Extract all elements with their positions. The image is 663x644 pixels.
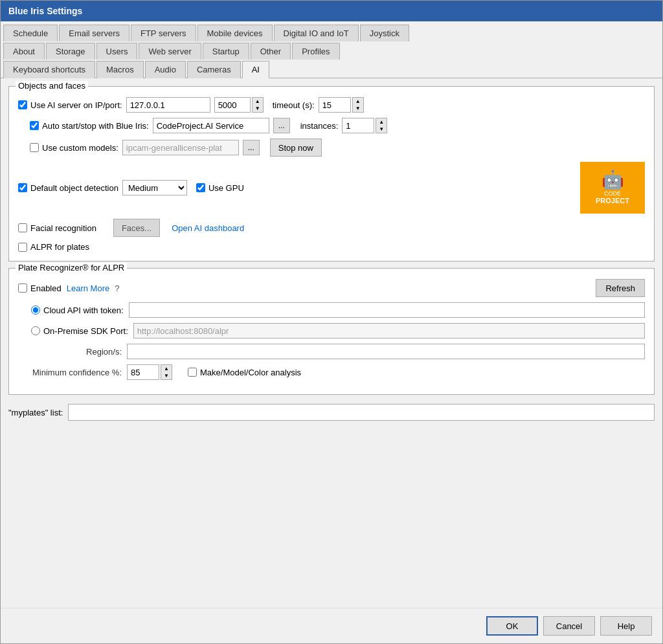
port-input[interactable] bbox=[214, 97, 251, 113]
instances-label: instances: bbox=[300, 121, 339, 131]
default-detection-label: Default object detection bbox=[30, 183, 118, 193]
project-label: PROJECT bbox=[596, 197, 629, 205]
stop-now-btn[interactable]: Stop now bbox=[270, 139, 322, 157]
learn-more-link[interactable]: Learn More bbox=[67, 283, 109, 293]
ai-server-checkbox[interactable] bbox=[18, 100, 27, 109]
ip-input[interactable] bbox=[126, 97, 210, 113]
tab-row-2: About Storage Users Web server Startup O… bbox=[3, 42, 660, 59]
mascot-icon: 🤖 bbox=[601, 171, 624, 189]
code-label: CODE bbox=[604, 190, 621, 197]
on-premise-input[interactable] bbox=[133, 323, 645, 339]
use-gpu-checkbox-label[interactable]: Use GPU bbox=[196, 183, 244, 193]
tab-schedule[interactable]: Schedule bbox=[3, 25, 58, 41]
confidence-up-btn[interactable]: ▲ bbox=[161, 365, 172, 372]
alpr-checkbox[interactable] bbox=[18, 243, 27, 252]
tab-profiles[interactable]: Profiles bbox=[292, 43, 339, 60]
tab-macros[interactable]: Macros bbox=[96, 61, 144, 78]
tab-audio[interactable]: Audio bbox=[145, 61, 186, 78]
myplates-label: "myplates" list: bbox=[8, 408, 63, 417]
myplates-row: "myplates" list: bbox=[8, 401, 655, 423]
on-premise-radio[interactable] bbox=[31, 326, 40, 335]
tab-ftp-servers[interactable]: FTP servers bbox=[131, 25, 196, 41]
timeout-down-btn[interactable]: ▼ bbox=[353, 105, 363, 112]
tab-cameras[interactable]: Cameras bbox=[187, 61, 241, 78]
alpr-checkbox-label[interactable]: ALPR for plates bbox=[18, 242, 89, 252]
tab-mobile-devices[interactable]: Mobile devices bbox=[197, 25, 273, 41]
autostart-label: Auto start/stop with Blue Iris: bbox=[42, 121, 149, 131]
facial-recognition-checkbox-label[interactable]: Facial recognition bbox=[18, 223, 96, 233]
autostart-checkbox[interactable] bbox=[30, 121, 39, 130]
tab-storage[interactable]: Storage bbox=[46, 43, 95, 60]
tab-startup[interactable]: Startup bbox=[203, 43, 249, 60]
facial-recognition-label: Facial recognition bbox=[30, 223, 96, 233]
question-mark: ? bbox=[115, 283, 119, 293]
custom-models-checkbox-label[interactable]: Use custom models: bbox=[30, 143, 118, 153]
tab-about[interactable]: About bbox=[3, 43, 45, 60]
help-button[interactable]: Help bbox=[600, 616, 652, 636]
window-title: Blue Iris Settings bbox=[8, 6, 82, 16]
facial-recognition-checkbox[interactable] bbox=[18, 223, 27, 232]
refresh-btn[interactable]: Refresh bbox=[596, 279, 645, 297]
ai-server-checkbox-label[interactable]: Use AI server on IP/port: bbox=[18, 100, 122, 110]
custom-models-browse-btn[interactable]: ... bbox=[243, 140, 260, 155]
tab-email-servers[interactable]: Email servers bbox=[59, 25, 129, 41]
min-confidence-row: Minimum confidence %: ▲ ▼ Make/Model/Col… bbox=[18, 364, 645, 380]
min-confidence-label: Minimum confidence %: bbox=[18, 368, 122, 377]
use-gpu-label: Use GPU bbox=[208, 183, 244, 193]
cloud-api-row: Cloud API with token: bbox=[18, 302, 645, 318]
timeout-input[interactable] bbox=[319, 97, 351, 113]
regions-input[interactable] bbox=[127, 344, 645, 359]
on-premise-radio-label[interactable]: On-Premise SDK Port: bbox=[31, 326, 128, 336]
make-model-label: Make/Model/Color analysis bbox=[200, 368, 301, 377]
timeout-up-btn[interactable]: ▲ bbox=[353, 98, 363, 105]
plate-enabled-row: Enabled Learn More ? Refresh bbox=[18, 279, 645, 297]
port-spinner: ▲ ▼ bbox=[252, 97, 264, 113]
instances-up-btn[interactable]: ▲ bbox=[376, 118, 387, 126]
tab-users[interactable]: Users bbox=[96, 43, 138, 60]
default-detection-checkbox-label[interactable]: Default object detection bbox=[18, 183, 118, 193]
tab-other[interactable]: Other bbox=[251, 43, 291, 60]
on-premise-row: On-Premise SDK Port: bbox=[18, 323, 645, 339]
objects-group-title: Objects and faces bbox=[16, 81, 88, 91]
tab-ai[interactable]: AI bbox=[242, 61, 269, 78]
detection-dropdown[interactable]: Low Medium High bbox=[122, 180, 187, 195]
cloud-api-radio[interactable] bbox=[31, 305, 40, 315]
cloud-api-input[interactable] bbox=[129, 302, 645, 318]
plate-enabled-checkbox-label[interactable]: Enabled bbox=[18, 283, 62, 293]
custom-models-row: Use custom models: ... Stop now bbox=[18, 139, 645, 157]
port-down-btn[interactable]: ▼ bbox=[253, 105, 263, 112]
custom-models-input[interactable] bbox=[122, 140, 239, 155]
tab-joystick[interactable]: Joystick bbox=[360, 25, 409, 41]
on-premise-label: On-Premise SDK Port: bbox=[43, 326, 128, 336]
tab-keyboard-shortcuts[interactable]: Keyboard shortcuts bbox=[3, 61, 95, 78]
tab-web-server[interactable]: Web server bbox=[139, 43, 201, 60]
ai-server-label: Use AI server on IP/port: bbox=[30, 100, 122, 110]
open-ai-dashboard-link[interactable]: Open AI dashboard bbox=[172, 223, 244, 233]
plate-content: Enabled Learn More ? Refresh Cloud API w… bbox=[18, 279, 645, 380]
tab-digital-io[interactable]: Digital IO and IoT bbox=[274, 25, 359, 41]
cancel-button[interactable]: Cancel bbox=[543, 616, 595, 636]
faces-btn[interactable]: Faces... bbox=[113, 219, 160, 237]
alpr-label: ALPR for plates bbox=[30, 242, 89, 252]
autostart-browse-btn[interactable]: ... bbox=[273, 118, 290, 133]
autostart-input[interactable] bbox=[153, 118, 269, 133]
make-model-checkbox[interactable] bbox=[188, 368, 197, 377]
instances-down-btn[interactable]: ▼ bbox=[376, 126, 387, 133]
plate-enabled-checkbox[interactable] bbox=[18, 283, 27, 293]
make-model-checkbox-label[interactable]: Make/Model/Color analysis bbox=[188, 368, 301, 377]
myplates-input[interactable] bbox=[68, 404, 655, 421]
title-bar: Blue Iris Settings bbox=[1, 1, 662, 21]
confidence-down-btn[interactable]: ▼ bbox=[161, 372, 172, 379]
custom-models-checkbox[interactable] bbox=[30, 143, 39, 152]
custom-models-label: Use custom models: bbox=[42, 143, 118, 153]
main-window: Blue Iris Settings Schedule Email server… bbox=[0, 0, 663, 644]
cloud-api-radio-label[interactable]: Cloud API with token: bbox=[31, 305, 124, 315]
min-confidence-input[interactable] bbox=[127, 364, 159, 380]
ok-button[interactable]: OK bbox=[486, 616, 538, 636]
use-gpu-checkbox[interactable] bbox=[196, 183, 205, 192]
instances-input[interactable] bbox=[342, 118, 374, 133]
autostart-checkbox-label[interactable]: Auto start/stop with Blue Iris: bbox=[30, 121, 149, 131]
default-detection-checkbox[interactable] bbox=[18, 183, 27, 192]
plate-group-title: Plate Recognizer® for ALPR bbox=[16, 263, 127, 272]
port-up-btn[interactable]: ▲ bbox=[253, 98, 263, 105]
